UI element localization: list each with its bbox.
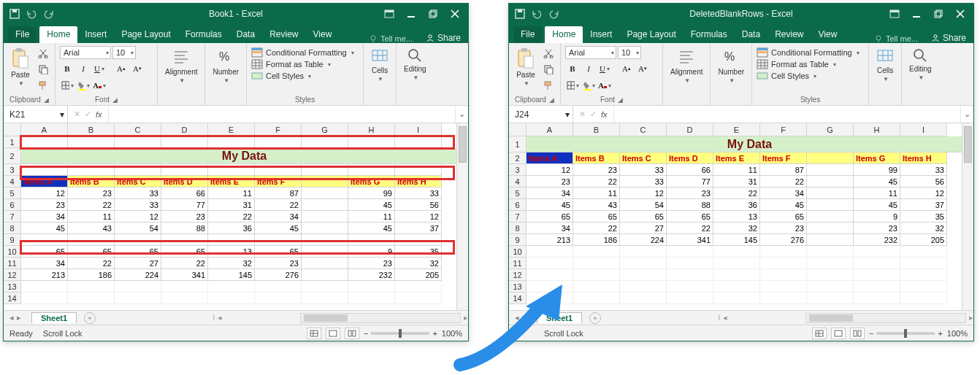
cell[interactable]: 11 [208, 188, 255, 199]
cell[interactable] [667, 246, 713, 258]
column-header[interactable]: D [667, 123, 713, 136]
cell[interactable]: 276 [760, 234, 807, 246]
zoom-out-icon[interactable]: − [869, 329, 873, 338]
cell[interactable]: 205 [395, 269, 442, 281]
cell[interactable]: 35 [395, 246, 442, 258]
cell[interactable]: 45 [527, 199, 573, 211]
close-icon[interactable] [449, 8, 461, 20]
dialog-launcher-icon[interactable]: ◢ [549, 96, 554, 104]
column-header[interactable]: A [21, 123, 68, 136]
restore-icon[interactable] [427, 8, 439, 20]
cell[interactable]: 34 [255, 211, 302, 223]
cell[interactable]: 341 [161, 269, 208, 281]
cell[interactable] [21, 293, 68, 304]
cell[interactable]: 45 [348, 199, 395, 211]
cell[interactable] [527, 293, 573, 304]
cell[interactable]: 31 [713, 176, 760, 188]
expand-fx-icon[interactable]: ⌄ [455, 106, 468, 123]
row-header[interactable]: 9 [509, 234, 527, 246]
cell[interactable]: 37 [900, 199, 947, 211]
save-icon[interactable] [515, 9, 525, 19]
cell[interactable] [620, 293, 667, 304]
cell[interactable] [302, 234, 348, 246]
cell[interactable] [713, 246, 760, 258]
ribbon-display-icon[interactable] [383, 8, 395, 20]
cell[interactable] [527, 246, 573, 258]
cell[interactable] [21, 136, 68, 148]
tab-formulas[interactable]: Formulas [684, 26, 735, 43]
cell[interactable] [900, 293, 947, 304]
table-header[interactable]: Items B [573, 152, 620, 164]
tab-insert[interactable]: Insert [583, 26, 619, 43]
cell[interactable]: 45 [255, 223, 302, 234]
row-header[interactable]: 10 [4, 246, 21, 258]
cell[interactable]: 45 [760, 199, 807, 211]
cell[interactable] [395, 293, 442, 304]
fx-icon[interactable]: fx [601, 110, 608, 119]
cell[interactable] [667, 258, 713, 269]
cell[interactable]: 65 [527, 211, 573, 223]
font-color-icon[interactable]: A▾ [92, 78, 107, 93]
column-header[interactable]: I [395, 123, 442, 136]
cell[interactable] [900, 246, 947, 258]
add-sheet-icon[interactable]: ＋ [589, 312, 601, 324]
cell[interactable] [807, 188, 854, 199]
tab-data[interactable]: Data [735, 26, 767, 43]
column-header[interactable]: C [115, 123, 161, 136]
cell[interactable]: 56 [395, 199, 442, 211]
sheet-next-icon[interactable]: ▸ [17, 313, 21, 322]
cell[interactable]: 34 [21, 258, 68, 269]
tab-home[interactable]: Home [39, 26, 77, 43]
row-header[interactable]: 14 [4, 293, 21, 304]
font-name-combo[interactable]: Arial▾ [565, 46, 616, 59]
cell[interactable] [807, 281, 854, 293]
cell[interactable]: 54 [620, 199, 667, 211]
cell[interactable] [68, 281, 115, 293]
cell[interactable]: 66 [667, 164, 713, 176]
close-icon[interactable] [954, 8, 966, 20]
cell[interactable] [620, 246, 667, 258]
cell[interactable] [527, 258, 573, 269]
row-header[interactable]: 5 [4, 188, 21, 199]
sheet-tab[interactable]: Sheet1 [537, 312, 582, 323]
table-header[interactable]: Items C [115, 176, 161, 188]
format-painter-icon[interactable] [36, 78, 50, 93]
column-header[interactable]: B [68, 123, 115, 136]
table-header[interactable]: Items E [208, 176, 255, 188]
cell[interactable]: 12 [21, 188, 68, 199]
cell[interactable]: 22 [68, 199, 115, 211]
font-size-combo[interactable]: 10▾ [618, 46, 641, 59]
editing-button[interactable]: Editing▼ [401, 46, 429, 82]
cut-icon[interactable] [541, 46, 556, 61]
cell[interactable]: 23 [348, 258, 395, 269]
cell[interactable] [760, 293, 807, 304]
table-header[interactable]: Items D [161, 176, 208, 188]
cell[interactable]: 65 [115, 246, 161, 258]
cell[interactable]: 186 [68, 269, 115, 281]
borders-icon[interactable]: ▾ [60, 78, 74, 93]
add-sheet-icon[interactable]: ＋ [84, 312, 96, 324]
cell[interactable] [161, 234, 208, 246]
font-name-combo[interactable]: Arial▾ [60, 46, 111, 59]
formula-input[interactable] [614, 106, 960, 123]
cell[interactable] [807, 258, 854, 269]
shrink-font-icon[interactable]: A▾ [635, 61, 650, 76]
table-header[interactable] [302, 176, 348, 188]
zoom-level[interactable]: 100% [442, 329, 462, 338]
cancel-fx-icon[interactable]: ✕ [74, 109, 80, 119]
font-color-icon[interactable]: A▾ [597, 78, 612, 93]
cell[interactable]: 34 [527, 188, 573, 199]
cell[interactable]: 87 [760, 164, 807, 176]
cell[interactable]: 33 [115, 199, 161, 211]
row-header[interactable]: 1 [509, 136, 527, 152]
cell[interactable]: 12 [527, 164, 573, 176]
cell[interactable] [395, 234, 442, 246]
cell[interactable] [760, 269, 807, 281]
cell[interactable] [161, 164, 208, 176]
cell[interactable] [395, 136, 442, 148]
cell[interactable]: 34 [21, 211, 68, 223]
cell[interactable]: 45 [854, 199, 900, 211]
cell[interactable] [807, 269, 854, 281]
cell[interactable]: 213 [21, 269, 68, 281]
cells-button[interactable]: Cells▼ [368, 46, 391, 84]
